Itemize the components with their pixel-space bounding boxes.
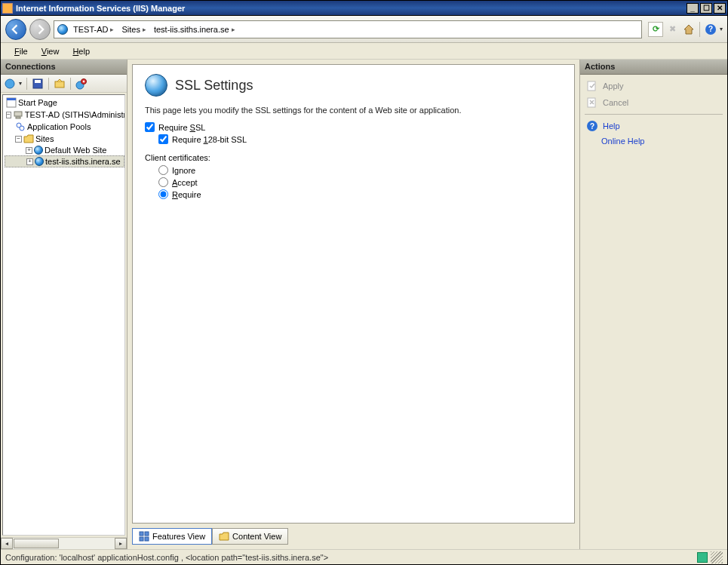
- home-button[interactable]: [681, 22, 696, 37]
- client-cert-require-label: Require: [172, 190, 201, 199]
- action-label: Cancel: [603, 98, 628, 107]
- tab-label: Content View: [232, 532, 281, 541]
- require-128bit-checkbox[interactable]: [158, 134, 168, 144]
- cancel-icon: [586, 97, 598, 109]
- back-button[interactable]: [5, 19, 26, 40]
- help-icon: ?: [586, 120, 598, 132]
- resize-grip[interactable]: [711, 551, 723, 563]
- save-icon[interactable]: [32, 78, 44, 90]
- tree-start-page[interactable]: Start Page: [5, 97, 124, 109]
- view-tabs: Features View Content View: [132, 528, 575, 545]
- stop-button[interactable]: ✖: [665, 22, 680, 37]
- minimize-button[interactable]: _: [687, 3, 699, 14]
- forward-button[interactable]: [29, 19, 51, 40]
- scroll-left-button[interactable]: ◂: [1, 538, 13, 549]
- connect-dropdown-icon[interactable]: ▾: [19, 80, 22, 87]
- tree-default-site[interactable]: + Default Web Site: [5, 145, 124, 155]
- content-view-icon: [219, 531, 229, 542]
- separator: [70, 78, 71, 90]
- collapse-icon[interactable]: −: [15, 136, 22, 143]
- menu-view[interactable]: View: [35, 45, 66, 57]
- delete-connection-icon[interactable]: [75, 78, 88, 90]
- scroll-right-button[interactable]: ▸: [115, 538, 127, 549]
- action-label: Online Help: [601, 137, 644, 146]
- connections-header: Connections: [1, 60, 127, 75]
- menu-bar: File View Help: [1, 43, 727, 60]
- svg-rect-9: [16, 117, 20, 118]
- connections-toolbar: ▾: [1, 75, 127, 93]
- tree-app-pools[interactable]: Application Pools: [5, 121, 124, 133]
- page-title: SSL Settings: [175, 78, 253, 94]
- require-ssl-label: Require SSL: [158, 123, 205, 132]
- connect-icon[interactable]: [4, 78, 16, 90]
- maximize-button[interactable]: ☐: [700, 3, 712, 14]
- start-page-icon: [6, 97, 17, 108]
- up-icon[interactable]: [54, 78, 66, 90]
- connections-tree[interactable]: Start Page − TEST-AD (SITHS\Administrato…: [2, 94, 125, 536]
- action-apply[interactable]: Apply: [585, 78, 723, 94]
- scroll-track[interactable]: [13, 538, 115, 549]
- address-bar[interactable]: TEST-AD▸ Sites▸ test-iis.siths.inera.se▸: [54, 20, 642, 38]
- window-title: Internet Information Services (IIS) Mana…: [16, 4, 685, 13]
- tree-label: Application Pools: [27, 122, 91, 131]
- navigation-bar: TEST-AD▸ Sites▸ test-iis.siths.inera.se▸…: [1, 16, 727, 43]
- client-cert-accept-label: Accept: [172, 178, 198, 187]
- svg-rect-8: [14, 112, 22, 116]
- help-dropdown-icon[interactable]: ▾: [720, 26, 723, 32]
- client-certs-label: Client certificates:: [145, 153, 562, 162]
- page-description: This page lets you modify the SSL settin…: [145, 106, 562, 115]
- svg-rect-3: [55, 81, 64, 88]
- menu-file[interactable]: File: [8, 45, 34, 57]
- tray-icon: [697, 552, 708, 563]
- tree-label: TEST-AD (SITHS\Administrator): [25, 110, 125, 119]
- actions-separator: [585, 114, 723, 115]
- action-cancel[interactable]: Cancel: [585, 94, 723, 111]
- client-cert-ignore-radio[interactable]: [158, 165, 168, 175]
- collapse-icon[interactable]: −: [6, 112, 11, 118]
- require-ssl-checkbox[interactable]: [145, 122, 155, 132]
- breadcrumb-root[interactable]: TEST-AD▸: [71, 25, 116, 34]
- app-icon: [2, 3, 13, 14]
- action-label: Apply: [603, 81, 624, 91]
- breadcrumb-sites[interactable]: Sites▸: [119, 25, 148, 34]
- tree-label: Start Page: [18, 98, 57, 107]
- horizontal-scrollbar[interactable]: ◂ ▸: [1, 537, 127, 549]
- tab-content-view[interactable]: Content View: [212, 528, 288, 545]
- client-cert-ignore-label: Ignore: [172, 166, 195, 175]
- breadcrumb-site[interactable]: test-iis.siths.inera.se▸: [152, 25, 238, 34]
- close-button[interactable]: ✕: [714, 3, 726, 14]
- connections-panel: Connections ▾ Start Page: [1, 60, 127, 549]
- separator: [48, 78, 49, 90]
- refresh-button[interactable]: ⟳: [648, 22, 663, 37]
- expand-icon[interactable]: +: [26, 147, 32, 154]
- help-button[interactable]: ?: [703, 22, 718, 37]
- require-128bit-label: Require 128-bit SSL: [172, 135, 247, 144]
- tree-selected-site[interactable]: + test-iis.siths.inera.se: [5, 155, 124, 167]
- action-help[interactable]: ? Help: [585, 118, 723, 134]
- scroll-thumb[interactable]: [14, 539, 59, 548]
- app-pools-icon: [15, 121, 26, 132]
- tree-sites[interactable]: − Sites: [5, 133, 124, 145]
- tree-server[interactable]: − TEST-AD (SITHS\Administrator): [5, 109, 124, 121]
- tab-label: Features View: [152, 532, 205, 541]
- features-view-icon: [139, 531, 149, 542]
- action-label: Help: [603, 121, 620, 131]
- svg-rect-15: [145, 537, 149, 541]
- action-online-help[interactable]: Online Help: [585, 134, 723, 148]
- tree-label: Sites: [35, 134, 54, 143]
- site-icon: [35, 157, 44, 166]
- folder-icon: [23, 134, 34, 144]
- client-cert-accept-radio[interactable]: [158, 177, 168, 187]
- tab-features-view[interactable]: Features View: [132, 528, 212, 545]
- svg-rect-14: [140, 537, 143, 541]
- feature-page: SSL Settings This page lets you modify t…: [132, 64, 575, 524]
- svg-rect-2: [35, 80, 41, 83]
- expand-icon[interactable]: +: [26, 158, 33, 165]
- menu-help[interactable]: Help: [66, 45, 96, 57]
- actions-header: Actions: [580, 60, 727, 75]
- globe-icon: [57, 24, 68, 35]
- svg-rect-12: [140, 532, 143, 536]
- client-cert-require-radio[interactable]: [158, 189, 168, 199]
- svg-rect-7: [7, 98, 16, 100]
- separator: [26, 78, 27, 90]
